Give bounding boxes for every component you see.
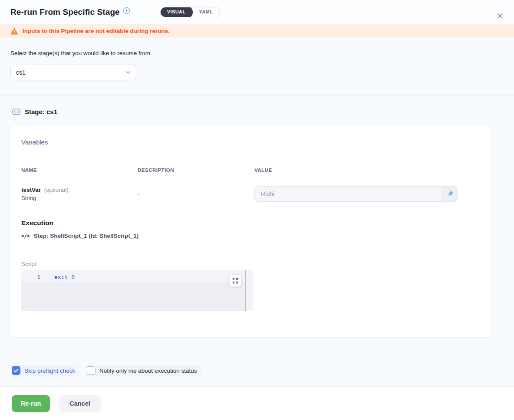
stage-heading: Stage: cs1 [25, 108, 57, 115]
warning-triangle-icon [10, 28, 18, 35]
modal-body: Select the stage(s) that you would like … [0, 38, 514, 386]
stage-select-dropdown[interactable]: cs1 [10, 65, 136, 80]
step-label: Step: ShellScript_1 (Id: ShellScript_1) [34, 233, 139, 239]
cancel-button[interactable]: Cancel [59, 395, 101, 412]
stage-select-label: Select the stage(s) that you would like … [10, 50, 504, 56]
shell-script-icon: </> [21, 233, 30, 239]
run-options-row: Skip preflight check Notify only me abou… [10, 365, 514, 376]
stage-heading-row: Stage: cs1 [12, 108, 504, 116]
step-row: </> Step: ShellScript_1 (Id: ShellScript… [21, 233, 480, 239]
custom-stage-icon [12, 108, 20, 116]
variable-optional-tag: (optional) [43, 187, 69, 193]
warning-banner: Inputs to this Pipeline are not editable… [0, 24, 514, 38]
notify-only-me-option[interactable]: Notify only me about execution status [86, 365, 201, 376]
modal-footer: Re-run Cancel [0, 386, 514, 420]
tab-visual[interactable]: VISUAL [160, 7, 193, 17]
code-text: exit 0 [40, 274, 75, 282]
skip-preflight-checkbox[interactable] [12, 366, 20, 375]
variable-value-input [255, 187, 442, 201]
expand-icon [232, 278, 238, 284]
page-title: Re-run From Specific Stage [10, 7, 120, 17]
variable-type: String [21, 195, 138, 201]
script-field-label: Script [21, 261, 480, 267]
variable-description: - [138, 190, 254, 197]
visual-yaml-toggle: VISUAL YAML [160, 7, 221, 17]
variables-heading: Variables [21, 138, 480, 146]
execution-heading: Execution [21, 219, 480, 227]
modal-header: Re-run From Specific Stage i VISUAL YAML… [0, 0, 514, 24]
code-line: 1 exit 0 [21, 270, 245, 282]
chevron-down-icon [125, 71, 131, 74]
variable-name: testVar [21, 187, 41, 193]
column-header-name: NAME [21, 167, 138, 173]
editor-scrollbar-divider [245, 270, 246, 311]
stage-section: Stage: cs1 Variables NAME DESCRIPTION VA… [0, 95, 514, 338]
variables-header-row: NAME DESCRIPTION VALUE [21, 167, 480, 173]
skip-preflight-label: Skip preflight check [24, 368, 75, 374]
skip-preflight-option[interactable]: Skip preflight check [10, 365, 79, 376]
pin-button[interactable] [442, 187, 458, 201]
rerun-button[interactable]: Re-run [12, 395, 50, 412]
tab-yaml[interactable]: YAML [192, 7, 220, 17]
table-row: testVar (optional) String - [21, 186, 480, 202]
stage-select-value: cs1 [16, 69, 26, 76]
line-number: 1 [21, 274, 40, 282]
close-icon[interactable]: ✕ [496, 12, 504, 20]
column-header-description: DESCRIPTION [138, 167, 254, 173]
variable-name-cell: testVar (optional) String [21, 187, 138, 201]
pin-icon [445, 189, 455, 199]
variable-value-field [254, 186, 458, 202]
notify-only-me-label: Notify only me about execution status [99, 368, 197, 374]
script-code-editor[interactable]: 1 exit 0 [21, 270, 253, 311]
editor-scrollbar-track[interactable] [246, 270, 253, 311]
column-header-value: VALUE [254, 167, 480, 173]
warning-message: Inputs to this Pipeline are not editable… [23, 28, 170, 34]
stage-inputs-card: Variables NAME DESCRIPTION VALUE testVar… [10, 126, 491, 338]
rerun-stage-modal: Re-run From Specific Stage i VISUAL YAML… [0, 0, 514, 420]
notify-only-me-checkbox[interactable] [87, 366, 96, 375]
info-icon[interactable]: i [123, 7, 130, 14]
stage-select-section: Select the stage(s) that you would like … [0, 38, 514, 95]
expand-editor-button[interactable] [229, 275, 241, 287]
